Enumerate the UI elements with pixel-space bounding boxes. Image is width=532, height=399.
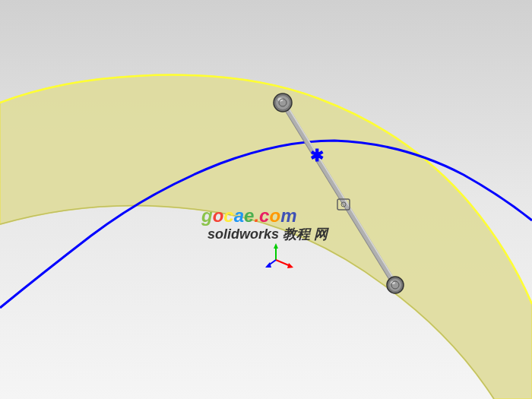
swept-surface[interactable] xyxy=(0,75,532,399)
cad-viewport[interactable]: ✱ gocae.com solidworks 教程 网 xyxy=(0,0,532,399)
svg-point-5 xyxy=(276,96,290,109)
coincident-marker: ✱ xyxy=(310,146,324,165)
rod-joint-top[interactable] xyxy=(274,93,292,112)
model-scene[interactable]: ✱ xyxy=(0,0,532,399)
svg-point-9 xyxy=(389,279,401,291)
svg-text:✱: ✱ xyxy=(310,146,324,165)
rod-joint-bottom[interactable] xyxy=(387,277,404,293)
